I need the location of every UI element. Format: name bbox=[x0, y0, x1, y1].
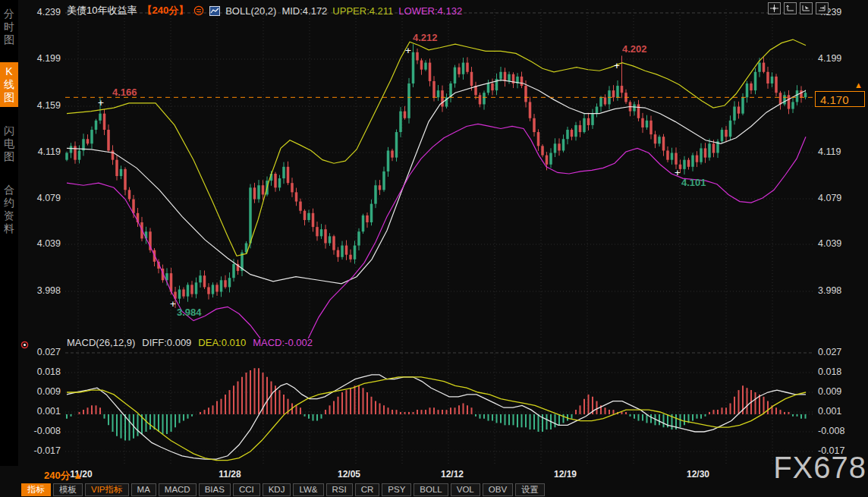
period-selector[interactable]: 240分 ▲ bbox=[44, 469, 83, 483]
price-annotation-4.166: 4.166 bbox=[112, 87, 137, 98]
chart-scale-toolbar bbox=[768, 2, 829, 14]
toolbar-button-LW&[interactable]: LW& bbox=[293, 483, 323, 496]
macd-axis-label-r: 0.027 bbox=[818, 347, 863, 357]
date-label-12/30: 12/30 bbox=[675, 469, 721, 480]
toolbar-button-KDJ[interactable]: KDJ bbox=[263, 483, 291, 496]
price-axis-label-l: 4.039 bbox=[21, 238, 61, 249]
toolbar-button-OBV[interactable]: OBV bbox=[483, 483, 513, 496]
sidebar-tab-3[interactable]: 闪 电 图 bbox=[0, 121, 18, 166]
macd-axis-label-l: -0.008 bbox=[21, 426, 61, 436]
macd-header: MACD(26,12,9) DIFF:0.009 DEA:0.010 MACD:… bbox=[67, 337, 313, 348]
indicator-toolbar: 指标模板VIP指标MAMACDBIASCCIKDJLW&RSICRPSYBOLL… bbox=[21, 483, 545, 496]
macd-axis-label-r: 0.009 bbox=[818, 386, 863, 397]
macd-params-diff: MACD(26,12,9) bbox=[67, 337, 135, 348]
price-axis-label-l: 3.998 bbox=[21, 285, 61, 296]
candlestick-macd-chart-canvas[interactable]: +++++ bbox=[0, 0, 868, 497]
instrument-title: 美债10年收益率 bbox=[67, 4, 137, 17]
price-axis-label-l: 4.159 bbox=[21, 100, 61, 111]
date-label-12/19: 12/19 bbox=[542, 469, 588, 480]
toolbar-button-指标[interactable]: 指标 bbox=[21, 483, 51, 496]
toolbar-button-RSI[interactable]: RSI bbox=[326, 483, 353, 496]
price-axis-label-l: 4.239 bbox=[21, 7, 61, 17]
toolbar-button-PSY[interactable]: PSY bbox=[382, 483, 411, 496]
toolbar-button-设置[interactable]: 设置 bbox=[515, 483, 545, 496]
scale-cursor-icon[interactable] bbox=[800, 2, 813, 14]
boll-mid-value: MID:4.172 bbox=[281, 5, 327, 17]
price-axis-label-l: 4.119 bbox=[21, 146, 61, 157]
boll-label: BOLL(20,2) bbox=[225, 5, 276, 17]
price-annotation-4.212: 4.212 bbox=[413, 32, 438, 43]
macd-diff-value: DIFF:0.009 bbox=[142, 337, 191, 348]
period-badge: 【240分】 bbox=[142, 4, 188, 17]
toolbar-button-MACD[interactable]: MACD bbox=[159, 483, 197, 496]
toolbar-button-CCI[interactable]: CCI bbox=[233, 483, 260, 496]
toolbar-button-VIP指标[interactable]: VIP指标 bbox=[85, 483, 129, 496]
price-axis-label-r: 4.199 bbox=[818, 53, 863, 64]
toolbar-button-BIAS[interactable]: BIAS bbox=[199, 483, 231, 496]
price-annotation-4.101: 4.101 bbox=[681, 177, 706, 188]
boll-upper-value: UPPER:4.211 bbox=[332, 5, 393, 17]
macd-hist-value: MACD:-0.002 bbox=[253, 337, 313, 348]
date-label-12/05: 12/05 bbox=[326, 469, 372, 480]
macd-axis-label-l: 0.001 bbox=[21, 406, 61, 417]
mini-chart-icon bbox=[209, 6, 220, 16]
toolbar-button-CR[interactable]: CR bbox=[355, 483, 380, 496]
sidebar-tab-4[interactable]: 合 约 资 料 bbox=[0, 181, 18, 238]
sidebar-tab-2[interactable]: K 线 图 bbox=[0, 62, 18, 107]
scale-right-axis-icon[interactable] bbox=[816, 2, 829, 14]
indicator-dot-icon[interactable] bbox=[20, 338, 29, 347]
toolbar-button-MA[interactable]: MA bbox=[131, 483, 156, 496]
price-axis-label-r: 4.039 bbox=[818, 238, 863, 249]
pan-crosshair-icon[interactable] bbox=[768, 2, 781, 14]
price-annotation-3.984: 3.984 bbox=[177, 307, 202, 318]
price-axis-label-r: 3.998 bbox=[818, 285, 863, 296]
chart-type-sidebar: 分 时 图K 线 图闪 电 图合 约 资 料 bbox=[0, 0, 18, 466]
svg-text:+: + bbox=[675, 167, 681, 178]
toolbar-button-VOL[interactable]: VOL bbox=[451, 483, 480, 496]
price-axis-label-l: 4.199 bbox=[21, 53, 61, 64]
toolbar-button-模板[interactable]: 模板 bbox=[53, 483, 83, 496]
macd-axis-label-l: -0.017 bbox=[21, 445, 61, 456]
macd-axis-label-r: -0.008 bbox=[818, 426, 863, 436]
macd-axis-label-r: 0.018 bbox=[818, 366, 863, 377]
boll-lower-value: LOWER:4.132 bbox=[398, 5, 462, 17]
fx678-watermark: FX678 bbox=[773, 451, 866, 485]
price-axis-label-l: 4.079 bbox=[21, 193, 61, 203]
date-label-11/28: 11/28 bbox=[207, 469, 253, 480]
price-axis-label-r: 4.079 bbox=[818, 193, 863, 203]
circle-menu-icon[interactable] bbox=[193, 5, 204, 16]
price-axis-label-r: 4.119 bbox=[818, 146, 863, 157]
svg-text:+: + bbox=[170, 298, 176, 310]
price-annotation-4.202: 4.202 bbox=[622, 43, 647, 55]
macd-dea-value: DEA:0.010 bbox=[198, 337, 246, 348]
latest-price-tag: 4.170 bbox=[815, 91, 865, 107]
toolbar-button-BOLL[interactable]: BOLL bbox=[414, 483, 448, 496]
svg-text:+: + bbox=[98, 97, 104, 109]
date-label-12/12: 12/12 bbox=[429, 469, 475, 480]
scale-left-axis-icon[interactable] bbox=[784, 2, 797, 14]
svg-text:+: + bbox=[405, 45, 411, 56]
latest-price-marker-icon: ▲ bbox=[854, 80, 863, 90]
svg-text:+: + bbox=[614, 60, 620, 71]
macd-axis-label-l: 0.009 bbox=[21, 386, 61, 397]
sidebar-tab-1[interactable]: 分 时 图 bbox=[0, 5, 18, 49]
macd-axis-label-l: 0.018 bbox=[21, 366, 61, 377]
macd-axis-label-r: 0.001 bbox=[818, 406, 863, 417]
chart-application-window: +++++ 分 时 图K 线 图闪 电 图合 约 资 料 美债10年收益率 【2… bbox=[0, 0, 868, 497]
chart-header: 美债10年收益率 【240分】 BOLL(20,2) MID:4.172 UPP… bbox=[67, 3, 462, 18]
